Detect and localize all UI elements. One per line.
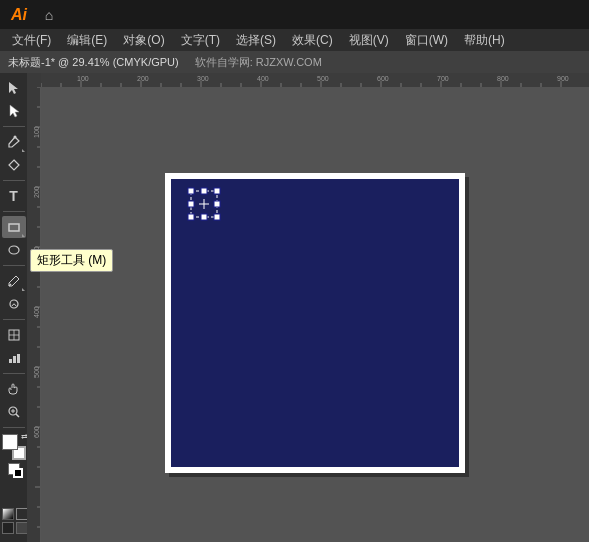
svg-text:200: 200 xyxy=(33,186,40,198)
rect-tool[interactable] xyxy=(2,216,26,238)
menu-file[interactable]: 文件(F) xyxy=(4,30,59,51)
horizontal-ruler: 100 200 300 400 xyxy=(41,73,589,87)
svg-rect-88 xyxy=(201,214,207,220)
hand-tool[interactable] xyxy=(2,378,26,400)
artboard xyxy=(165,173,465,473)
svg-rect-1 xyxy=(9,224,19,231)
svg-text:500: 500 xyxy=(33,366,40,378)
separator-1 xyxy=(3,126,25,127)
svg-rect-87 xyxy=(188,214,194,220)
menu-text[interactable]: 文字(T) xyxy=(173,30,228,51)
separator-5 xyxy=(3,319,25,320)
svg-rect-7 xyxy=(9,359,12,363)
svg-text:100: 100 xyxy=(77,75,89,82)
default-colors-icon[interactable] xyxy=(8,463,20,475)
svg-rect-85 xyxy=(188,201,194,207)
select-tool[interactable] xyxy=(2,77,26,99)
canvas-inner: 100 200 300 400 xyxy=(27,87,589,542)
svg-rect-8 xyxy=(13,356,16,363)
menu-bar: 文件(F) 编辑(E) 对象(O) 文字(T) 选择(S) 效果(C) 视图(V… xyxy=(0,29,589,51)
ruler-row-top: 100 200 300 400 xyxy=(27,73,589,87)
screen-mode-icon-1[interactable] xyxy=(2,522,14,534)
type-tool[interactable]: T xyxy=(2,185,26,207)
svg-text:900: 900 xyxy=(557,75,569,82)
color-mode-icon[interactable] xyxy=(2,508,14,520)
svg-rect-86 xyxy=(214,201,220,207)
title-bar: Ai ⌂ xyxy=(0,0,589,29)
svg-point-2 xyxy=(9,246,19,254)
svg-point-0 xyxy=(13,136,16,139)
svg-rect-9 xyxy=(17,354,20,363)
menu-view[interactable]: 视图(V) xyxy=(341,30,397,51)
svg-text:100: 100 xyxy=(33,126,40,138)
toolbar: T xyxy=(0,73,27,542)
menu-help[interactable]: 帮助(H) xyxy=(456,30,513,51)
software-info: 软件自学网: RJZXW.COM xyxy=(195,55,322,70)
separator-4 xyxy=(3,265,25,266)
svg-rect-89 xyxy=(214,214,220,220)
fill-swatch[interactable] xyxy=(2,434,18,450)
svg-text:200: 200 xyxy=(137,75,149,82)
separator-3 xyxy=(3,211,25,212)
svg-text:500: 500 xyxy=(317,75,329,82)
tab-bar: 未标题-1* @ 29.41% (CMYK/GPU) 软件自学网: RJZXW.… xyxy=(0,51,589,73)
canvas-area[interactable] xyxy=(41,87,589,542)
fill-stroke-area: ⇄ xyxy=(2,434,26,460)
menu-window[interactable]: 窗口(W) xyxy=(397,30,456,51)
none-default-area xyxy=(8,463,20,475)
main-area: T xyxy=(0,73,589,542)
svg-text:600: 600 xyxy=(33,426,40,438)
menu-select[interactable]: 选择(S) xyxy=(228,30,284,51)
ruler-corner xyxy=(27,73,41,87)
svg-text:300: 300 xyxy=(197,75,209,82)
tooltip: 矩形工具 (M) xyxy=(30,249,113,272)
pen-tool[interactable] xyxy=(2,131,26,153)
svg-line-11 xyxy=(16,414,19,417)
separator-7 xyxy=(3,427,25,428)
ai-logo: Ai xyxy=(4,6,34,24)
direct-select-tool[interactable] xyxy=(2,100,26,122)
rect-tool-cursor xyxy=(187,187,221,224)
svg-rect-84 xyxy=(214,188,220,194)
canvas-with-rulers: 100 200 300 400 xyxy=(27,73,589,542)
svg-text:700: 700 xyxy=(437,75,449,82)
svg-text:800: 800 xyxy=(497,75,509,82)
svg-text:600: 600 xyxy=(377,75,389,82)
separator-6 xyxy=(3,373,25,374)
svg-text:400: 400 xyxy=(33,306,40,318)
chart-tool[interactable] xyxy=(2,347,26,369)
menu-object[interactable]: 对象(O) xyxy=(115,30,172,51)
vertical-ruler: 100 200 300 400 xyxy=(27,87,41,542)
svg-text:400: 400 xyxy=(257,75,269,82)
anchor-point-tool[interactable] xyxy=(2,154,26,176)
tab-label[interactable]: 未标题-1* @ 29.41% (CMYK/GPU) xyxy=(8,55,179,70)
ellipse-tool[interactable] xyxy=(2,239,26,261)
menu-edit[interactable]: 编辑(E) xyxy=(59,30,115,51)
menu-effect[interactable]: 效果(C) xyxy=(284,30,341,51)
separator-2 xyxy=(3,180,25,181)
blob-brush-tool[interactable] xyxy=(2,293,26,315)
zoom-tool[interactable] xyxy=(2,401,26,423)
home-icon[interactable]: ⌂ xyxy=(38,4,60,26)
grid-tool[interactable] xyxy=(2,324,26,346)
svg-rect-83 xyxy=(201,188,207,194)
svg-rect-82 xyxy=(188,188,194,194)
paintbrush-tool[interactable] xyxy=(2,270,26,292)
